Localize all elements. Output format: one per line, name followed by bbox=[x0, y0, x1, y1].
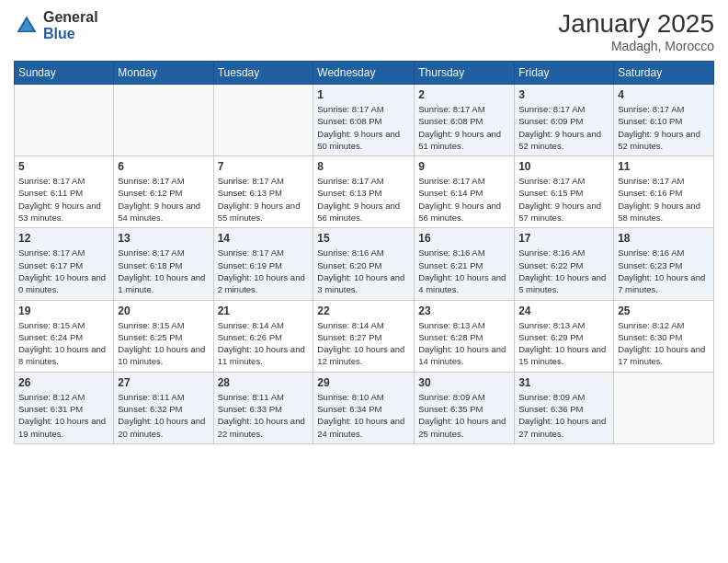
title-area: January 2025 Madagh, Morocco bbox=[558, 9, 714, 53]
day-number: 8 bbox=[317, 160, 410, 173]
day-number: 24 bbox=[518, 304, 609, 317]
day-info: Sunrise: 8:10 AMSunset: 6:34 PMDaylight:… bbox=[317, 391, 410, 440]
table-row: 17 Sunrise: 8:16 AMSunset: 6:22 PMDaylig… bbox=[515, 228, 614, 300]
day-info: Sunrise: 8:17 AMSunset: 6:10 PMDaylight:… bbox=[618, 103, 710, 152]
table-row: 16 Sunrise: 8:16 AMSunset: 6:21 PMDaylig… bbox=[415, 228, 515, 300]
table-row: 27 Sunrise: 8:11 AMSunset: 6:32 PMDaylig… bbox=[114, 372, 213, 443]
day-number: 2 bbox=[418, 88, 510, 101]
table-row: 10 Sunrise: 8:17 AMSunset: 6:15 PMDaylig… bbox=[515, 156, 614, 228]
table-row: 12 Sunrise: 8:17 AMSunset: 6:17 PMDaylig… bbox=[15, 228, 114, 300]
day-number: 14 bbox=[218, 232, 310, 245]
table-row: 7 Sunrise: 8:17 AMSunset: 6:13 PMDayligh… bbox=[213, 156, 313, 228]
table-row: 21 Sunrise: 8:14 AMSunset: 6:26 PMDaylig… bbox=[213, 300, 313, 372]
table-row: 31 Sunrise: 8:09 AMSunset: 6:36 PMDaylig… bbox=[515, 372, 614, 443]
logo-general-text: General bbox=[43, 9, 98, 26]
day-number: 16 bbox=[418, 232, 510, 245]
table-row bbox=[114, 85, 213, 156]
day-info: Sunrise: 8:09 AMSunset: 6:36 PMDaylight:… bbox=[518, 391, 609, 440]
day-number: 17 bbox=[518, 232, 609, 245]
calendar-week-row: 12 Sunrise: 8:17 AMSunset: 6:17 PMDaylig… bbox=[15, 228, 714, 300]
page-header: General Blue January 2025 Madagh, Morocc… bbox=[14, 9, 714, 53]
table-row: 19 Sunrise: 8:15 AMSunset: 6:24 PMDaylig… bbox=[15, 300, 114, 372]
day-info: Sunrise: 8:15 AMSunset: 6:24 PMDaylight:… bbox=[18, 319, 109, 368]
col-tuesday: Tuesday bbox=[213, 62, 313, 85]
month-title: January 2025 bbox=[558, 9, 714, 39]
table-row: 20 Sunrise: 8:15 AMSunset: 6:25 PMDaylig… bbox=[114, 300, 213, 372]
day-info: Sunrise: 8:17 AMSunset: 6:13 PMDaylight:… bbox=[317, 175, 410, 224]
logo-icon bbox=[14, 13, 40, 39]
day-number: 1 bbox=[317, 88, 410, 101]
day-number: 5 bbox=[18, 160, 109, 173]
table-row: 25 Sunrise: 8:12 AMSunset: 6:30 PMDaylig… bbox=[614, 300, 714, 372]
day-number: 27 bbox=[118, 376, 209, 389]
day-number: 7 bbox=[218, 160, 310, 173]
day-number: 20 bbox=[118, 304, 209, 317]
table-row: 26 Sunrise: 8:12 AMSunset: 6:31 PMDaylig… bbox=[15, 372, 114, 443]
day-number: 28 bbox=[218, 376, 310, 389]
table-row: 8 Sunrise: 8:17 AMSunset: 6:13 PMDayligh… bbox=[313, 156, 415, 228]
table-row: 4 Sunrise: 8:17 AMSunset: 6:10 PMDayligh… bbox=[614, 85, 714, 156]
table-row: 28 Sunrise: 8:11 AMSunset: 6:33 PMDaylig… bbox=[213, 372, 313, 443]
table-row: 30 Sunrise: 8:09 AMSunset: 6:35 PMDaylig… bbox=[415, 372, 515, 443]
day-number: 26 bbox=[18, 376, 109, 389]
table-row: 3 Sunrise: 8:17 AMSunset: 6:09 PMDayligh… bbox=[515, 85, 614, 156]
day-number: 11 bbox=[618, 160, 710, 173]
col-sunday: Sunday bbox=[15, 62, 114, 85]
day-number: 19 bbox=[18, 304, 109, 317]
table-row: 23 Sunrise: 8:13 AMSunset: 6:28 PMDaylig… bbox=[415, 300, 515, 372]
table-row: 15 Sunrise: 8:16 AMSunset: 6:20 PMDaylig… bbox=[313, 228, 415, 300]
col-friday: Friday bbox=[515, 62, 614, 85]
day-info: Sunrise: 8:15 AMSunset: 6:25 PMDaylight:… bbox=[118, 319, 209, 368]
day-info: Sunrise: 8:17 AMSunset: 6:16 PMDaylight:… bbox=[618, 175, 710, 224]
logo-blue-text: Blue bbox=[43, 26, 98, 42]
table-row: 24 Sunrise: 8:13 AMSunset: 6:29 PMDaylig… bbox=[515, 300, 614, 372]
day-info: Sunrise: 8:12 AMSunset: 6:30 PMDaylight:… bbox=[618, 319, 710, 368]
table-row: 9 Sunrise: 8:17 AMSunset: 6:14 PMDayligh… bbox=[415, 156, 515, 228]
table-row: 14 Sunrise: 8:17 AMSunset: 6:19 PMDaylig… bbox=[213, 228, 313, 300]
col-monday: Monday bbox=[114, 62, 213, 85]
calendar-week-row: 19 Sunrise: 8:15 AMSunset: 6:24 PMDaylig… bbox=[15, 300, 714, 372]
day-number: 9 bbox=[418, 160, 510, 173]
day-number: 13 bbox=[118, 232, 209, 245]
day-info: Sunrise: 8:17 AMSunset: 6:12 PMDaylight:… bbox=[118, 175, 209, 224]
table-row bbox=[15, 85, 114, 156]
table-row: 2 Sunrise: 8:17 AMSunset: 6:08 PMDayligh… bbox=[415, 85, 515, 156]
day-number: 29 bbox=[317, 376, 410, 389]
logo: General Blue bbox=[14, 9, 98, 41]
day-info: Sunrise: 8:17 AMSunset: 6:17 PMDaylight:… bbox=[18, 247, 109, 295]
table-row: 6 Sunrise: 8:17 AMSunset: 6:12 PMDayligh… bbox=[114, 156, 213, 228]
day-number: 15 bbox=[317, 232, 410, 245]
day-info: Sunrise: 8:17 AMSunset: 6:15 PMDaylight:… bbox=[518, 175, 609, 224]
day-number: 23 bbox=[418, 304, 510, 317]
calendar-week-row: 26 Sunrise: 8:12 AMSunset: 6:31 PMDaylig… bbox=[15, 372, 714, 443]
table-row bbox=[213, 85, 313, 156]
table-row: 18 Sunrise: 8:16 AMSunset: 6:23 PMDaylig… bbox=[614, 228, 714, 300]
day-info: Sunrise: 8:17 AMSunset: 6:11 PMDaylight:… bbox=[18, 175, 109, 224]
day-info: Sunrise: 8:16 AMSunset: 6:21 PMDaylight:… bbox=[418, 247, 510, 295]
day-number: 31 bbox=[518, 376, 609, 389]
day-info: Sunrise: 8:17 AMSunset: 6:08 PMDaylight:… bbox=[418, 103, 510, 152]
table-row: 1 Sunrise: 8:17 AMSunset: 6:08 PMDayligh… bbox=[313, 85, 415, 156]
day-number: 4 bbox=[618, 88, 710, 101]
table-row: 22 Sunrise: 8:14 AMSunset: 6:27 PMDaylig… bbox=[313, 300, 415, 372]
table-row: 11 Sunrise: 8:17 AMSunset: 6:16 PMDaylig… bbox=[614, 156, 714, 228]
day-number: 22 bbox=[317, 304, 410, 317]
day-number: 3 bbox=[518, 88, 609, 101]
col-saturday: Saturday bbox=[614, 62, 714, 85]
day-number: 10 bbox=[518, 160, 609, 173]
calendar-week-row: 1 Sunrise: 8:17 AMSunset: 6:08 PMDayligh… bbox=[15, 85, 714, 156]
day-info: Sunrise: 8:11 AMSunset: 6:33 PMDaylight:… bbox=[218, 391, 310, 440]
day-number: 30 bbox=[418, 376, 510, 389]
day-number: 25 bbox=[618, 304, 710, 317]
day-info: Sunrise: 8:17 AMSunset: 6:08 PMDaylight:… bbox=[317, 103, 410, 152]
day-info: Sunrise: 8:13 AMSunset: 6:28 PMDaylight:… bbox=[418, 319, 510, 368]
calendar-week-row: 5 Sunrise: 8:17 AMSunset: 6:11 PMDayligh… bbox=[15, 156, 714, 228]
day-info: Sunrise: 8:16 AMSunset: 6:20 PMDaylight:… bbox=[317, 247, 410, 295]
table-row: 5 Sunrise: 8:17 AMSunset: 6:11 PMDayligh… bbox=[15, 156, 114, 228]
day-number: 18 bbox=[618, 232, 710, 245]
table-row: 13 Sunrise: 8:17 AMSunset: 6:18 PMDaylig… bbox=[114, 228, 213, 300]
day-info: Sunrise: 8:13 AMSunset: 6:29 PMDaylight:… bbox=[518, 319, 609, 368]
day-info: Sunrise: 8:17 AMSunset: 6:14 PMDaylight:… bbox=[418, 175, 510, 224]
table-row bbox=[614, 372, 714, 443]
day-info: Sunrise: 8:17 AMSunset: 6:19 PMDaylight:… bbox=[218, 247, 310, 295]
